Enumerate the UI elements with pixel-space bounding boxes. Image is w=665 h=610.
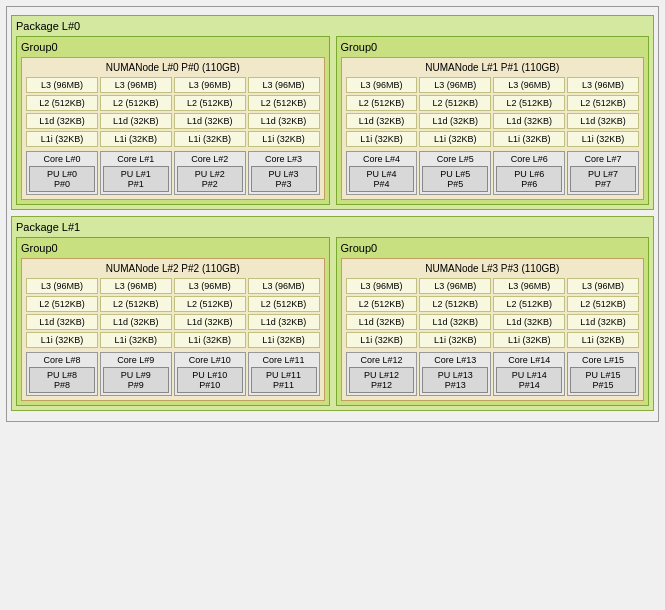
- l2-cell-1-1-3: L2 (512KB): [567, 296, 639, 312]
- machine-container: Package L#0Group0NUMANode L#0 P#0 (110GB…: [6, 6, 659, 422]
- l1d-cell-0-0-0: L1d (32KB): [26, 113, 98, 129]
- l2-cell-1-1-0: L2 (512KB): [346, 296, 418, 312]
- pu-block-1-1-0: PU L#12 P#12: [349, 367, 415, 393]
- group-1-1: Group0NUMANode L#3 P#3 (110GB)L3 (96MB)L…: [336, 237, 650, 406]
- core-block-1-0-3: Core L#11PU L#11 P#11: [248, 352, 320, 396]
- l1i-row-1-0: L1i (32KB)L1i (32KB)L1i (32KB)L1i (32KB): [26, 332, 320, 348]
- l1d-cell-0-1-3: L1d (32KB): [567, 113, 639, 129]
- pu-block-0-1-3: PU L#7 P#7: [570, 166, 636, 192]
- l1d-row-1-0: L1d (32KB)L1d (32KB)L1d (32KB)L1d (32KB): [26, 314, 320, 330]
- l1d-cell-1-0-3: L1d (32KB): [248, 314, 320, 330]
- l2-cell-1-1-2: L2 (512KB): [493, 296, 565, 312]
- core-block-1-0-0: Core L#8PU L#8 P#8: [26, 352, 98, 396]
- l3-cell-1-1-1: L3 (96MB): [419, 278, 491, 294]
- l3-row-1-1: L3 (96MB)L3 (96MB)L3 (96MB)L3 (96MB): [346, 278, 640, 294]
- pu-block-1-0-2: PU L#10 P#10: [177, 367, 243, 393]
- core-block-0-1-0: Core L#4PU L#4 P#4: [346, 151, 418, 195]
- l3-row-1-0: L3 (96MB)L3 (96MB)L3 (96MB)L3 (96MB): [26, 278, 320, 294]
- pu-block-0-0-2: PU L#2 P#2: [177, 166, 243, 192]
- l2-cell-0-1-3: L2 (512KB): [567, 95, 639, 111]
- l3-cell-0-1-0: L3 (96MB): [346, 77, 418, 93]
- l1d-cell-0-1-0: L1d (32KB): [346, 113, 418, 129]
- l2-cell-0-0-3: L2 (512KB): [248, 95, 320, 111]
- core-title-0-1-0: Core L#4: [349, 154, 415, 164]
- l1i-cell-1-1-2: L1i (32KB): [493, 332, 565, 348]
- numa-title-1-0: NUMANode L#2 P#2 (110GB): [26, 263, 320, 274]
- l1i-cell-0-0-3: L1i (32KB): [248, 131, 320, 147]
- l1i-cell-1-0-0: L1i (32KB): [26, 332, 98, 348]
- l3-cell-1-0-0: L3 (96MB): [26, 278, 98, 294]
- l1i-cell-0-0-0: L1i (32KB): [26, 131, 98, 147]
- l1d-cell-1-1-3: L1d (32KB): [567, 314, 639, 330]
- l1i-row-1-1: L1i (32KB)L1i (32KB)L1i (32KB)L1i (32KB): [346, 332, 640, 348]
- l1i-cell-0-0-2: L1i (32KB): [174, 131, 246, 147]
- l1d-row-1-1: L1d (32KB)L1d (32KB)L1d (32KB)L1d (32KB): [346, 314, 640, 330]
- core-title-1-0-2: Core L#10: [177, 355, 243, 365]
- l3-cell-1-0-3: L3 (96MB): [248, 278, 320, 294]
- l2-cell-0-1-2: L2 (512KB): [493, 95, 565, 111]
- group-0-0: Group0NUMANode L#0 P#0 (110GB)L3 (96MB)L…: [16, 36, 330, 205]
- l3-cell-0-0-1: L3 (96MB): [100, 77, 172, 93]
- pu-block-1-1-3: PU L#15 P#15: [570, 367, 636, 393]
- l1d-cell-1-0-0: L1d (32KB): [26, 314, 98, 330]
- l1d-row-0-1: L1d (32KB)L1d (32KB)L1d (32KB)L1d (32KB): [346, 113, 640, 129]
- l3-cell-0-1-2: L3 (96MB): [493, 77, 565, 93]
- l1d-cell-0-0-3: L1d (32KB): [248, 113, 320, 129]
- l1i-cell-0-0-1: L1i (32KB): [100, 131, 172, 147]
- l1d-cell-0-0-1: L1d (32KB): [100, 113, 172, 129]
- group-title-1-1: Group0: [341, 242, 645, 254]
- l1i-cell-1-0-1: L1i (32KB): [100, 332, 172, 348]
- l3-cell-1-1-0: L3 (96MB): [346, 278, 418, 294]
- pu-block-0-1-2: PU L#6 P#6: [496, 166, 562, 192]
- core-title-1-1-2: Core L#14: [496, 355, 562, 365]
- core-title-0-1-2: Core L#6: [496, 154, 562, 164]
- numa-node-0-0: NUMANode L#0 P#0 (110GB)L3 (96MB)L3 (96M…: [21, 57, 325, 200]
- core-block-1-0-2: Core L#10PU L#10 P#10: [174, 352, 246, 396]
- l1i-row-0-0: L1i (32KB)L1i (32KB)L1i (32KB)L1i (32KB): [26, 131, 320, 147]
- core-block-0-0-3: Core L#3PU L#3 P#3: [248, 151, 320, 195]
- l1d-row-0-0: L1d (32KB)L1d (32KB)L1d (32KB)L1d (32KB): [26, 113, 320, 129]
- core-block-0-0-0: Core L#0PU L#0 P#0: [26, 151, 98, 195]
- l1d-cell-1-0-1: L1d (32KB): [100, 314, 172, 330]
- package-1: Package L#1Group0NUMANode L#2 P#2 (110GB…: [11, 216, 654, 411]
- l1i-cell-1-1-3: L1i (32KB): [567, 332, 639, 348]
- l2-cell-1-0-2: L2 (512KB): [174, 296, 246, 312]
- pu-block-0-1-0: PU L#4 P#4: [349, 166, 415, 192]
- core-title-1-1-3: Core L#15: [570, 355, 636, 365]
- pu-block-0-0-3: PU L#3 P#3: [251, 166, 317, 192]
- l1i-cell-0-1-2: L1i (32KB): [493, 131, 565, 147]
- l2-row-1-0: L2 (512KB)L2 (512KB)L2 (512KB)L2 (512KB): [26, 296, 320, 312]
- pu-block-1-1-2: PU L#14 P#14: [496, 367, 562, 393]
- l3-cell-1-1-2: L3 (96MB): [493, 278, 565, 294]
- l2-cell-1-0-1: L2 (512KB): [100, 296, 172, 312]
- numa-node-0-1: NUMANode L#1 P#1 (110GB)L3 (96MB)L3 (96M…: [341, 57, 645, 200]
- l1d-cell-0-1-2: L1d (32KB): [493, 113, 565, 129]
- numa-title-0-1: NUMANode L#1 P#1 (110GB): [346, 62, 640, 73]
- core-block-1-1-3: Core L#15PU L#15 P#15: [567, 352, 639, 396]
- l1i-cell-1-1-0: L1i (32KB): [346, 332, 418, 348]
- l1d-cell-1-0-2: L1d (32KB): [174, 314, 246, 330]
- core-title-0-0-1: Core L#1: [103, 154, 169, 164]
- group-title-1-0: Group0: [21, 242, 325, 254]
- core-block-0-0-1: Core L#1PU L#1 P#1: [100, 151, 172, 195]
- l2-cell-0-1-0: L2 (512KB): [346, 95, 418, 111]
- l1d-cell-1-1-2: L1d (32KB): [493, 314, 565, 330]
- core-title-0-1-3: Core L#7: [570, 154, 636, 164]
- core-title-1-0-1: Core L#9: [103, 355, 169, 365]
- cores-row-1-1: Core L#12PU L#12 P#12Core L#13PU L#13 P#…: [346, 352, 640, 396]
- l1d-cell-1-1-0: L1d (32KB): [346, 314, 418, 330]
- package-0: Package L#0Group0NUMANode L#0 P#0 (110GB…: [11, 15, 654, 210]
- group-title-0-1: Group0: [341, 41, 645, 53]
- core-title-1-1-1: Core L#13: [422, 355, 488, 365]
- core-block-0-1-3: Core L#7PU L#7 P#7: [567, 151, 639, 195]
- core-title-1-0-3: Core L#11: [251, 355, 317, 365]
- numa-node-1-0: NUMANode L#2 P#2 (110GB)L3 (96MB)L3 (96M…: [21, 258, 325, 401]
- core-title-0-1-1: Core L#5: [422, 154, 488, 164]
- l2-row-0-0: L2 (512KB)L2 (512KB)L2 (512KB)L2 (512KB): [26, 95, 320, 111]
- l3-cell-1-1-3: L3 (96MB): [567, 278, 639, 294]
- group-title-0-0: Group0: [21, 41, 325, 53]
- l2-cell-0-1-1: L2 (512KB): [419, 95, 491, 111]
- l3-cell-1-0-1: L3 (96MB): [100, 278, 172, 294]
- core-block-0-1-1: Core L#5PU L#5 P#5: [419, 151, 491, 195]
- core-block-1-1-1: Core L#13PU L#13 P#13: [419, 352, 491, 396]
